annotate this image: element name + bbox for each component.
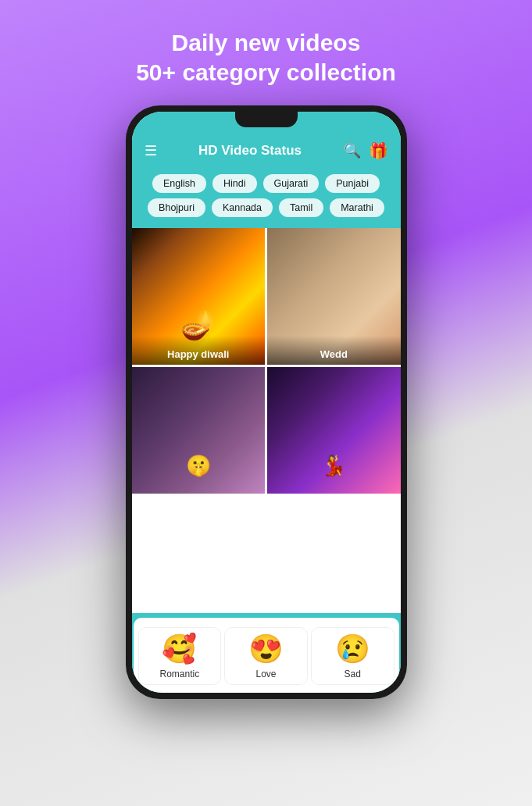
romantic-label: Romantic	[159, 669, 199, 679]
lang-gujarati[interactable]: Gujarati	[263, 174, 320, 193]
promo-header: Daily new videos 50+ category collection	[136, 28, 396, 87]
emoji-row: 🥰 Romantic 😍 Love 😢 Sad	[134, 618, 399, 693]
video-card-diwali[interactable]: Happy diwali	[132, 228, 266, 365]
gift-icon[interactable]: 🎁	[369, 141, 388, 160]
language-filter: English Hindi Gujarati Punjabi Bhojpuri …	[132, 168, 401, 228]
video-row-top: Happy diwali Wedd	[132, 228, 401, 365]
phone-screen: ☰ HD Video Status 🔍 🎁 English Hindi Guja…	[132, 112, 401, 693]
search-icon[interactable]: 🔍	[344, 142, 361, 159]
video-card-wedding[interactable]: Wedd	[265, 228, 401, 365]
video-section: Happy diwali Wedd 🤫 💃	[132, 228, 401, 613]
language-row-2: Bhojpuri Kannada Tamil Marathi	[140, 198, 393, 217]
video-card-shhh[interactable]: 🤫	[132, 367, 266, 494]
diwali-label: Happy diwali	[132, 336, 266, 365]
emoji-romantic[interactable]: 🥰 Romantic	[138, 627, 222, 685]
sad-label: Sad	[345, 669, 361, 679]
love-label: Love	[255, 669, 276, 679]
phone-mockup: ☰ HD Video Status 🔍 🎁 English Hindi Guja…	[126, 105, 407, 699]
emoji-love[interactable]: 😍 Love	[224, 627, 308, 685]
lang-tamil[interactable]: Tamil	[279, 198, 323, 217]
emoji-section: 🥰 Romantic 😍 Love 😢 Sad	[132, 613, 401, 693]
hamburger-icon[interactable]: ☰	[145, 142, 157, 159]
girl-thumbnail: 💃	[267, 367, 401, 494]
romantic-emoji: 🥰	[162, 633, 197, 665]
phone-notch	[235, 112, 298, 127]
video-card-girl[interactable]: 💃	[265, 367, 401, 494]
shhh-thumbnail: 🤫	[132, 367, 266, 494]
promo-line1: Daily new videos	[136, 28, 396, 58]
language-row-1: English Hindi Gujarati Punjabi	[140, 174, 393, 193]
lang-hindi[interactable]: Hindi	[212, 174, 257, 193]
app-bar-actions: 🔍 🎁	[344, 141, 388, 160]
sad-emoji: 😢	[335, 633, 370, 665]
phone-shell: ☰ HD Video Status 🔍 🎁 English Hindi Guja…	[126, 105, 407, 699]
lang-bhojpuri[interactable]: Bhojpuri	[148, 198, 205, 217]
lang-kannada[interactable]: Kannada	[212, 198, 273, 217]
love-emoji: 😍	[248, 633, 284, 665]
lang-marathi[interactable]: Marathi	[330, 198, 384, 217]
app-title: HD Video Status	[198, 143, 302, 159]
wedding-label: Wedd	[267, 336, 401, 365]
lang-english[interactable]: English	[152, 174, 206, 193]
lang-punjabi[interactable]: Punjabi	[325, 174, 380, 193]
video-row-bottom: 🤫 💃	[132, 365, 401, 494]
emoji-sad[interactable]: 😢 Sad	[311, 627, 395, 685]
promo-line2: 50+ category collection	[136, 58, 396, 87]
